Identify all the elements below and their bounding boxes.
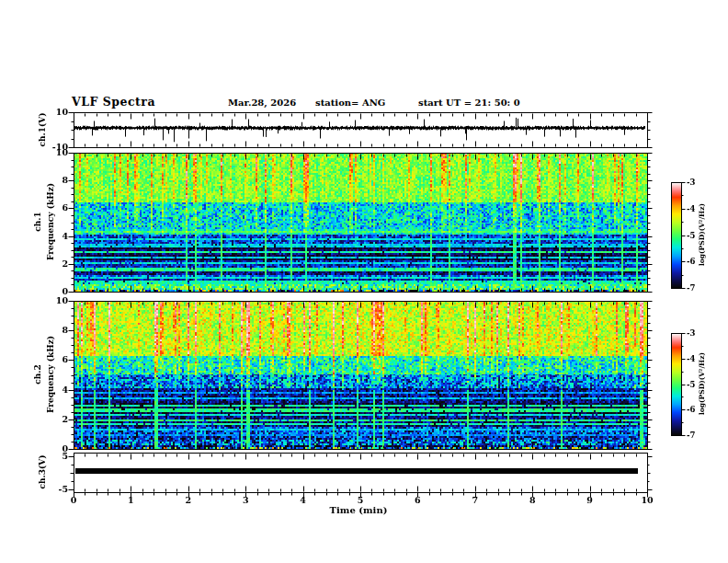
colorbar2-tick-label: -5	[687, 380, 703, 390]
spec2-ytick-label: 2	[42, 414, 68, 424]
x-tick-label: 9	[579, 495, 601, 505]
colorbar1-tick-label: -3	[687, 178, 703, 188]
spec2-ytick-label: 10	[42, 295, 68, 305]
colorbar1-tick-label: -6	[687, 257, 703, 267]
colorbar2-tick-label: -7	[687, 431, 703, 441]
spec1-ytick-label: 6	[42, 202, 68, 213]
x-tick-label: 8	[521, 495, 543, 505]
colorbar1-tick-label: -7	[687, 283, 703, 293]
colorbar1-tick-label: -4	[687, 204, 703, 214]
x-tick-label: 0	[63, 495, 85, 505]
spec2-ytick-label: 4	[42, 385, 68, 395]
spec2-ytick-label: 8	[42, 325, 68, 335]
spec2-ytick-label: 0	[42, 443, 68, 454]
x-tick-label: 10	[636, 495, 658, 505]
x-tick-label: 2	[177, 495, 199, 505]
spec2-ytick-label: 6	[42, 354, 68, 364]
spec1-ytick-label: 2	[42, 259, 68, 269]
x-tick-label: 4	[292, 495, 314, 505]
colorbar2-tick-label: -6	[687, 405, 703, 415]
spec1-ytick-label: 4	[42, 231, 68, 241]
colorbar2-tick-label: -4	[687, 354, 703, 364]
x-axis-label: Time (min)	[303, 505, 414, 515]
spec1-ytick-label: 8	[42, 175, 68, 185]
spec2-ylabel: Frequency (kHz)	[46, 336, 55, 413]
spec2-channel-label: ch.2	[33, 364, 42, 384]
x-tick-label: 5	[349, 495, 371, 505]
spec1-ylabel: Frequency (kHz)	[46, 183, 55, 260]
colorbar1-tick-label: -5	[687, 231, 703, 241]
x-tick-label: 6	[406, 495, 428, 505]
spec1-channel-label: ch.1	[33, 212, 42, 231]
vlf-spectra-plot: VLF Spectra Mar.28, 2026 station= ANG st…	[0, 0, 728, 563]
x-tick-label: 3	[234, 495, 256, 505]
x-tick-label: 1	[119, 495, 142, 505]
ch3-ylabel: ch.3(V)	[38, 455, 47, 489]
spec1-ytick-label: 10	[42, 147, 68, 157]
x-tick-label: 7	[464, 495, 486, 505]
colorbar2-tick-label: -3	[687, 328, 703, 339]
wave-ylabel: ch.1(V)	[38, 113, 47, 147]
axes-ticks-overlay	[0, 0, 728, 563]
